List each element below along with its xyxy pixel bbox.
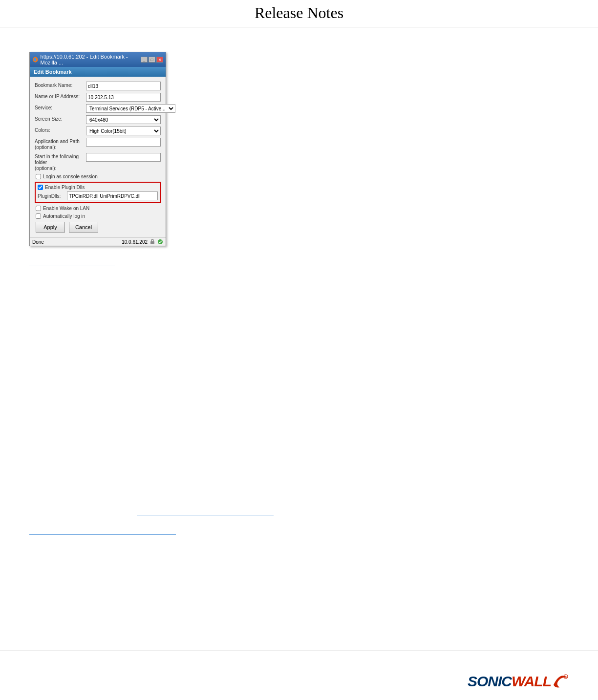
enable-plugin-checkbox[interactable] (38, 185, 43, 190)
browser-title-left: https://10.0.61.202 - Edit Bookmark - Mo… (32, 54, 141, 65)
logo-swoosh-icon: ® (551, 673, 569, 690)
maximize-button[interactable]: □ (149, 57, 155, 63)
bookmark-name-input[interactable] (86, 82, 161, 90)
enable-plugin-label[interactable]: Enable Plugin Dlls (45, 185, 85, 190)
bottom-rule (0, 651, 598, 651)
link-line-3 (29, 534, 176, 535)
status-ip: 10.0.61.202 (122, 239, 148, 245)
wake-lan-row: Enable Wake on LAN (35, 206, 161, 211)
enable-plugin-row: Enable Plugin Dlls (38, 185, 158, 190)
content-spacer (29, 344, 569, 515)
bookmark-name-row: Bookmark Name: (35, 82, 161, 90)
spacer-1 (29, 246, 569, 344)
dialog-header: Edit Bookmark (30, 67, 166, 77)
link-line-1 (29, 266, 115, 266)
login-console-checkbox[interactable] (36, 174, 41, 179)
dialog-box: Edit Bookmark Bookmark Name: Name or IP … (30, 67, 166, 246)
app-path-row: Application and Path(optional): (35, 138, 161, 150)
logo-wall: WALL (512, 673, 551, 689)
dialog-buttons: Apply Cancel (35, 222, 161, 233)
screen-size-row: Screen Size: 640x480 (35, 115, 161, 124)
bottom-spacer (29, 554, 569, 642)
logo-sonic: SONIC (468, 673, 512, 689)
wake-lan-label[interactable]: Enable Wake on LAN (43, 206, 89, 211)
service-row: Service: Terminal Services (RDP5 - Activ… (35, 104, 161, 113)
lock-icon (150, 239, 155, 245)
browser-icon (32, 56, 39, 63)
security-icon (157, 239, 163, 245)
auto-login-row: Automatically log in (35, 213, 161, 219)
plugin-dll-row: PluginDlls: (38, 191, 158, 200)
app-path-label: Application and Path(optional): (35, 138, 86, 150)
name-ip-row: Name or IP Address: (35, 93, 161, 102)
minimize-button[interactable]: _ (141, 57, 148, 63)
app-path-input[interactable] (86, 138, 161, 147)
screen-size-label: Screen Size: (35, 115, 86, 122)
logo-area: SONICWALL ® (468, 673, 569, 690)
start-folder-row: Start in the following folder(optional): (35, 153, 161, 171)
plugin-dll-input[interactable] (67, 191, 158, 200)
page-title: Release Notes (255, 4, 343, 21)
bookmark-name-label: Bookmark Name: (35, 82, 86, 88)
close-button[interactable]: ✕ (156, 57, 163, 63)
plugin-dll-label: PluginDlls: (38, 193, 67, 199)
link-line-2 (137, 515, 274, 515)
screen-size-select[interactable]: 640x480 (86, 115, 161, 124)
dialog-body: Bookmark Name: Name or IP Address: Servi… (30, 77, 166, 237)
statusbar-right: 10.0.61.202 (122, 239, 163, 245)
status-text: Done (32, 239, 44, 245)
service-select[interactable]: Terminal Services (RDP5 - Active... (86, 104, 175, 113)
colors-row: Colors: High Color(15bit) (35, 127, 161, 135)
wake-lan-checkbox[interactable] (36, 206, 41, 211)
auto-login-checkbox[interactable] (36, 213, 41, 219)
browser-titlebar: https://10.0.61.202 - Edit Bookmark - Mo… (30, 52, 166, 67)
name-ip-input[interactable] (86, 93, 161, 102)
logo-text: SONICWALL (468, 673, 551, 690)
browser-statusbar: Done 10.0.61.202 (30, 237, 166, 246)
login-console-row: Login as console session (35, 174, 161, 179)
plugin-section: Enable Plugin Dlls PluginDlls: (35, 182, 161, 203)
main-content: https://10.0.61.202 - Edit Bookmark - Mo… (0, 27, 598, 671)
start-folder-label: Start in the following folder(optional): (35, 153, 86, 171)
name-ip-label: Name or IP Address: (35, 93, 86, 100)
cancel-button[interactable]: Cancel (69, 222, 98, 233)
auto-login-label[interactable]: Automatically log in (43, 213, 85, 219)
apply-button[interactable]: Apply (36, 222, 65, 233)
colors-label: Colors: (35, 127, 86, 133)
browser-controls[interactable]: _ □ ✕ (141, 57, 163, 63)
service-label: Service: (35, 104, 86, 111)
browser-title-text: https://10.0.61.202 - Edit Bookmark - Mo… (41, 54, 141, 65)
login-console-label[interactable]: Login as console session (43, 174, 98, 179)
svg-text:®: ® (565, 676, 567, 679)
spacer-2 (29, 515, 569, 554)
colors-select[interactable]: High Color(15bit) (86, 127, 161, 135)
browser-window: https://10.0.61.202 - Edit Bookmark - Mo… (29, 52, 166, 246)
start-folder-input[interactable] (86, 153, 161, 162)
page-title-bar: Release Notes (0, 0, 598, 27)
svg-rect-2 (150, 241, 154, 244)
